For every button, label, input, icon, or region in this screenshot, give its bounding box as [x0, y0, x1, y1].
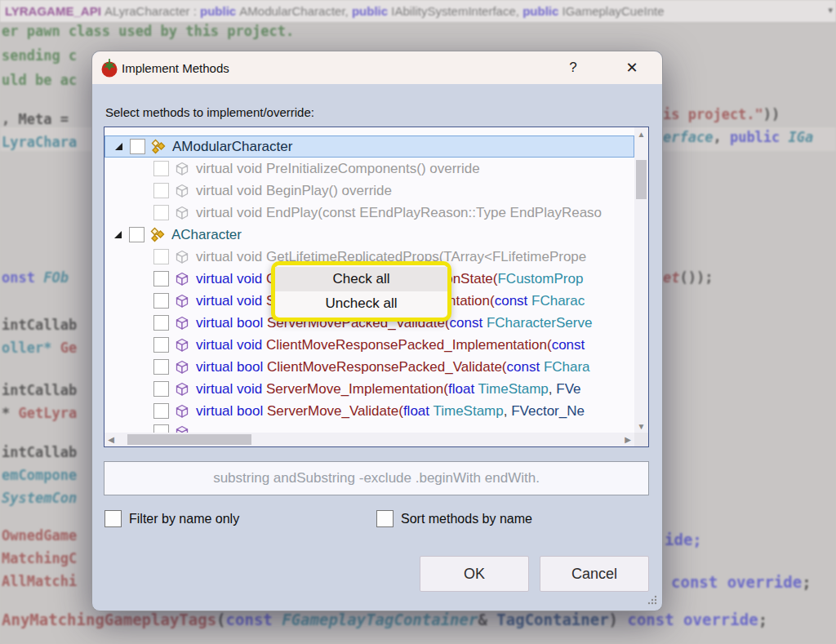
tree-checkbox[interactable] — [153, 381, 169, 397]
code-token: Ge — [60, 340, 77, 356]
nav-segment: ALyraCharacter : — [104, 4, 200, 18]
code-fragment: const override; — [671, 573, 812, 592]
tree-row-method[interactable]: virtual void ServerMove_Implementation(f… — [104, 378, 634, 400]
method-icon — [174, 205, 192, 221]
code-token: onst — [2, 269, 43, 286]
scroll-down-icon[interactable]: ▼ — [634, 420, 648, 433]
scroll-right-icon[interactable]: ▶ — [621, 433, 634, 446]
tree-checkbox[interactable] — [153, 293, 169, 309]
code-fragment: uld be ac — [2, 72, 77, 88]
code-fragment: SystemCon — [2, 490, 77, 506]
method-icon — [174, 359, 192, 375]
tree-checkbox[interactable] — [153, 271, 169, 286]
code-fragment: intCallab — [2, 317, 77, 333]
tree-checkbox[interactable] — [153, 403, 169, 419]
code-fragment: AllMatchi — [2, 573, 77, 589]
tree-checkbox[interactable] — [129, 227, 145, 242]
nav-segment: IGameplayCueInte — [563, 4, 665, 18]
code-token: , Meta = — [2, 111, 77, 127]
ok-button[interactable]: OK — [420, 556, 529, 592]
code-token: is project." — [663, 106, 763, 122]
code-token: , — [713, 129, 729, 145]
code-fragment: sending c — [2, 47, 77, 64]
cancel-button[interactable]: Cancel — [540, 556, 649, 592]
signature-token: FCharacterServe — [487, 315, 592, 331]
signature-token: const — [507, 359, 544, 375]
class-icon — [150, 139, 168, 155]
close-button[interactable]: ✕ — [618, 56, 646, 80]
tree-row-label: virtual bool ServerMove_Validate(float T… — [196, 403, 585, 420]
code-fragment: onst FOb — [2, 269, 69, 286]
tree-checkbox[interactable] — [153, 315, 169, 331]
code-token: ) — [609, 611, 628, 628]
code-token: AllMatchi — [2, 573, 77, 589]
tree-row-label: ACharacter — [171, 227, 242, 243]
tree-row-class[interactable]: ACharacter — [104, 224, 634, 246]
tree-row-method[interactable]: virtual bool ClientMoveResponsePacked_Va… — [104, 356, 634, 378]
nav-segment: public — [352, 4, 391, 18]
code-fragment: AnyMatchingGameplayTags(const FGameplayT… — [2, 611, 767, 629]
signature-token: FCharac — [531, 293, 585, 309]
signature-token: virtual void PreInitializeComponents() o… — [196, 161, 480, 176]
code-token: MatchingC — [2, 550, 77, 566]
filter-by-name-option[interactable]: Filter by name only — [104, 510, 239, 527]
tree-row-method[interactable]: virtual void BeginPlay() override — [104, 180, 634, 202]
tree-row-method[interactable]: virtual void ClientMoveResponsePacked_Im… — [104, 334, 634, 356]
tree-checkbox[interactable] — [153, 161, 169, 176]
tree-checkbox[interactable] — [130, 139, 145, 154]
signature-token: virtual void — [196, 337, 266, 353]
filter-by-name-checkbox[interactable] — [104, 510, 122, 527]
scrollbar-corner — [634, 433, 648, 446]
signature-token: FVe — [556, 381, 580, 397]
code-token: et — [663, 269, 679, 286]
tree-checkbox[interactable] — [153, 249, 169, 264]
dialog-titlebar[interactable]: Implement Methods ? ✕ — [92, 51, 662, 84]
tree-expander-icon[interactable] — [114, 231, 122, 238]
signature-token: virtual void BeginPlay() override — [196, 183, 392, 198]
tree-row-method[interactable]: virtual void PreInitializeComponents() o… — [104, 158, 634, 180]
method-icon — [174, 337, 192, 353]
code-fragment: er pawn class used by this project. — [2, 23, 294, 39]
tree-checkbox[interactable] — [153, 359, 169, 375]
options-row: Filter by name only Sort methods by name — [92, 510, 662, 531]
help-button[interactable]: ? — [559, 56, 587, 80]
code-token: )) — [763, 106, 780, 122]
resize-grip-icon[interactable] — [647, 594, 658, 606]
sort-methods-checkbox[interactable] — [376, 510, 394, 527]
tree-expander-icon[interactable] — [115, 143, 122, 150]
tree-row-method[interactable] — [104, 422, 634, 433]
code-fragment: LyraChara — [2, 134, 77, 150]
tree-row-method[interactable]: virtual bool ServerMove_Validate(float T… — [104, 400, 634, 422]
horizontal-scrollbar[interactable]: ◀ ▶ — [104, 433, 634, 446]
method-icon — [174, 403, 192, 420]
code-fragment: erface, public IGa — [663, 129, 813, 145]
code-fragment: ide; — [665, 531, 702, 549]
method-icon — [174, 315, 192, 331]
signature-token: FChara — [544, 359, 590, 375]
tree-row-class[interactable]: AModularCharacter — [104, 135, 634, 158]
tree-checkbox[interactable] — [153, 337, 169, 353]
nav-bar-text: LYRAGAME_API ALyraCharacter : public AMo… — [5, 4, 665, 18]
dialog-title: Implement Methods — [122, 61, 229, 75]
menu-item-uncheck-all[interactable]: Uncheck all — [275, 291, 447, 316]
tree-checkbox[interactable] — [153, 205, 169, 220]
signature-token: virtual bool — [196, 359, 267, 375]
vertical-scrollbar[interactable]: ▲ ▼ — [634, 127, 648, 433]
code-token: ()); — [679, 269, 713, 286]
tree-checkbox[interactable] — [153, 183, 169, 198]
signature-token: const — [450, 315, 487, 331]
code-token: SystemCon — [2, 490, 77, 506]
horizontal-scroll-thumb[interactable] — [127, 434, 251, 445]
scroll-left-icon[interactable]: ◀ — [104, 433, 118, 446]
signature-token: TimeStamp — [478, 381, 549, 397]
code-token: oller* — [2, 340, 60, 356]
code-token: * — [2, 405, 18, 421]
sort-methods-label: Sort methods by name — [401, 512, 532, 526]
tree-checkbox[interactable] — [153, 424, 169, 433]
scroll-up-icon[interactable]: ▲ — [634, 127, 648, 140]
vertical-scroll-thumb[interactable] — [636, 160, 647, 199]
sort-methods-option[interactable]: Sort methods by name — [376, 510, 532, 527]
filter-input[interactable] — [104, 461, 649, 495]
menu-item-check-all[interactable]: Check all — [275, 267, 447, 291]
tree-row-method[interactable]: virtual void EndPlay(const EEndPlayReaso… — [104, 202, 634, 224]
